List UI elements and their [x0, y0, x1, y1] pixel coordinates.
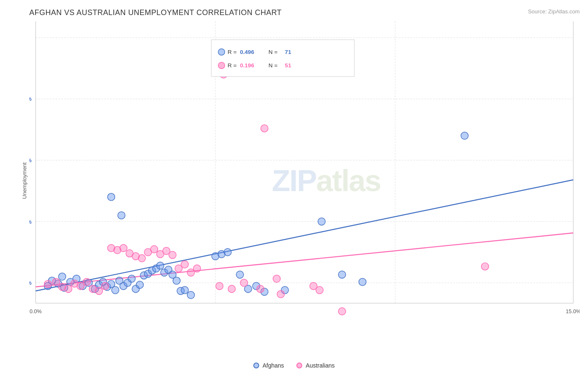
svg-point-55: [236, 271, 244, 278]
svg-point-97: [277, 291, 285, 298]
svg-point-68: [52, 278, 60, 286]
svg-point-92: [216, 282, 223, 290]
legend-australians: Australians: [297, 362, 335, 369]
svg-point-99: [316, 286, 323, 294]
svg-text:51: 51: [285, 62, 291, 69]
svg-line-16: [36, 180, 573, 291]
svg-point-60: [318, 218, 325, 225]
svg-point-35: [128, 275, 135, 283]
svg-point-31: [112, 286, 119, 294]
svg-point-93: [228, 285, 235, 293]
svg-point-100: [338, 308, 346, 315]
svg-text:N =: N =: [268, 49, 278, 55]
svg-text:15.0%: 15.0%: [29, 158, 31, 164]
chart-container: AFGHAN VS AUSTRALIAN UNEMPLOYMENT CORREL…: [0, 0, 588, 373]
svg-point-67: [44, 280, 52, 288]
svg-point-87: [169, 251, 176, 259]
svg-point-51: [118, 212, 125, 219]
svg-point-84: [151, 245, 158, 253]
svg-point-46: [173, 277, 180, 285]
svg-text:5.0%: 5.0%: [29, 280, 31, 286]
svg-point-82: [138, 255, 146, 262]
source-label: Source: ZipAtlas.com: [528, 8, 580, 15]
svg-point-64: [59, 273, 66, 281]
svg-point-91: [193, 265, 201, 272]
svg-point-101: [481, 263, 489, 270]
svg-text:71: 71: [285, 49, 291, 55]
scatter-chart: 5.0% 10.0% 15.0% 20.0% 0.0% 15.0%: [29, 21, 580, 340]
svg-text:0.196: 0.196: [240, 62, 255, 69]
chart-title: AFGHAN VS AUSTRALIAN UNEMPLOYMENT CORREL…: [29, 8, 580, 17]
svg-point-94: [240, 279, 248, 286]
svg-point-95: [257, 285, 264, 293]
svg-point-63: [461, 132, 468, 140]
svg-point-89: [181, 261, 189, 268]
svg-point-79: [120, 244, 127, 252]
svg-text:R =: R =: [228, 49, 237, 55]
svg-text:10.0%: 10.0%: [29, 219, 31, 225]
afghans-legend-dot: [253, 363, 259, 368]
svg-point-103: [218, 49, 225, 55]
bottom-legend: Afghans Australians: [253, 362, 335, 369]
svg-text:0.0%: 0.0%: [30, 309, 42, 315]
svg-point-37: [136, 281, 144, 289]
svg-rect-102: [211, 40, 354, 77]
svg-text:0.496: 0.496: [240, 49, 255, 55]
australians-legend-label: Australians: [306, 362, 335, 369]
svg-point-76: [101, 282, 109, 290]
chart-area: Unemployment ZIPatlas 5.0% 10.0% 15.0% 2…: [29, 21, 580, 340]
svg-point-50: [107, 193, 115, 201]
legend-afghans: Afghans: [253, 362, 284, 369]
svg-text:N =: N =: [268, 62, 278, 69]
svg-point-49: [187, 291, 195, 299]
afghans-legend-label: Afghans: [263, 362, 284, 369]
svg-point-62: [359, 278, 366, 286]
svg-point-61: [338, 271, 346, 278]
svg-text:20.0%: 20.0%: [29, 97, 31, 102]
y-axis-label: Unemployment: [21, 162, 28, 199]
svg-point-108: [218, 62, 225, 69]
svg-point-48: [181, 286, 189, 294]
svg-text:R =: R =: [228, 62, 237, 69]
svg-point-96: [273, 275, 281, 283]
svg-point-42: [156, 262, 164, 269]
svg-point-66: [261, 125, 268, 132]
svg-point-70: [65, 285, 72, 293]
australians-legend-dot: [297, 363, 302, 368]
svg-point-54: [224, 248, 232, 256]
svg-text:15.0%: 15.0%: [566, 309, 580, 315]
svg-point-73: [83, 278, 91, 286]
svg-point-75: [95, 287, 103, 295]
